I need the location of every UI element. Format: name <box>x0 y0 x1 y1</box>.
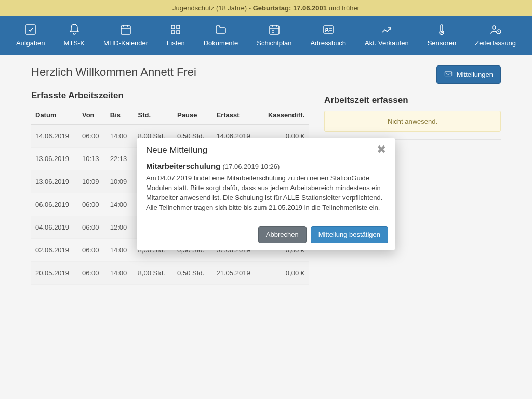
banner-bold: Geburtstag: 17.06.2001 <box>253 4 327 12</box>
chart-icon <box>380 23 393 36</box>
svg-rect-2 <box>171 25 175 29</box>
col-pause: Pause <box>173 106 212 125</box>
thermo-icon <box>435 23 448 36</box>
col-kassendiff: Kassendiff. <box>259 106 309 125</box>
person-clock-icon <box>489 23 502 36</box>
nav-label: MTS-K <box>64 39 85 47</box>
cell-datum: 14.06.2019 <box>31 125 78 148</box>
cell-std: 8,00 Std. <box>134 262 173 285</box>
cell-datum: 02.06.2019 <box>31 239 78 262</box>
nav-label: Sensoren <box>428 39 457 47</box>
nav-aufgaben[interactable]: Aufgaben <box>7 21 55 49</box>
col-von: Von <box>78 106 106 125</box>
nav-label: Schichtplan <box>257 39 291 47</box>
age-restriction-banner: Jugendschutz (18 Jahre) - Geburtstag: 17… <box>0 0 532 16</box>
cell-erfasst: 21.05.2019 <box>212 262 259 285</box>
grid-icon <box>169 23 182 36</box>
modal-body-text: Am 04.07.2019 findet eine Mitarbeitersch… <box>146 174 386 212</box>
cell-von: 06:00 <box>78 193 106 216</box>
svg-rect-7 <box>324 26 333 33</box>
cell-datum: 13.06.2019 <box>31 170 78 193</box>
svg-rect-12 <box>445 71 451 76</box>
cell-von: 06:00 <box>78 216 106 239</box>
modal-close-button[interactable]: ✖ <box>377 145 386 154</box>
nav-label: Akt. Verkaufen <box>365 39 409 47</box>
presence-status: Nicht anwesend. <box>324 111 501 132</box>
messages-button-label: Mitteilungen <box>457 71 493 78</box>
cell-datum: 06.06.2019 <box>31 193 78 216</box>
main-navbar: Aufgaben MTS-K MHD-Kalender Listen Dokum… <box>0 16 532 55</box>
bell-icon <box>68 23 81 36</box>
cell-bis: 10:09 <box>106 170 134 193</box>
svg-rect-3 <box>177 25 180 29</box>
nav-schichtplan[interactable]: Schichtplan <box>247 21 301 49</box>
cell-von: 06:00 <box>78 125 106 148</box>
modal-subject: Mitarbeiterschulung <box>146 162 220 170</box>
calendar2-icon <box>268 23 281 36</box>
calendar-icon <box>119 23 132 36</box>
nav-label: Aufgaben <box>16 39 45 47</box>
col-std: Std. <box>134 106 173 125</box>
svg-rect-1 <box>121 26 130 34</box>
mail-icon <box>444 70 453 79</box>
nav-label: Dokumente <box>204 39 238 47</box>
section-capture-heading: Arbeitszeit erfassen <box>324 95 501 105</box>
nav-label: Zeiterfassung <box>475 39 516 47</box>
nav-mhd-kalender[interactable]: MHD-Kalender <box>94 21 157 49</box>
nav-label: Adressbuch <box>310 39 346 47</box>
cell-diff: 0,00 € <box>259 262 309 285</box>
cell-bis: 14:00 <box>106 193 134 216</box>
col-datum: Datum <box>31 106 78 125</box>
modal-timestamp: (17.06.2019 10:26) <box>223 163 280 170</box>
cell-bis: 14:00 <box>106 239 134 262</box>
cell-bis: 14:00 <box>106 125 134 148</box>
banner-prefix: Jugendschutz (18 Jahre) - <box>172 4 253 12</box>
nav-label: MHD-Kalender <box>103 39 148 47</box>
contact-icon <box>322 23 335 36</box>
nav-listen[interactable]: Listen <box>157 21 194 49</box>
nav-mtsk[interactable]: MTS-K <box>55 21 94 49</box>
nav-label: Listen <box>167 39 185 47</box>
messages-button[interactable]: Mitteilungen <box>436 65 501 84</box>
nav-sensoren[interactable]: Sensoren <box>418 21 466 49</box>
section-times-heading: Erfasste Arbeitszeiten <box>31 90 309 101</box>
svg-point-9 <box>441 32 443 33</box>
col-erfasst: Erfasst <box>212 106 259 125</box>
check-square-icon <box>24 23 37 36</box>
cell-von: 10:09 <box>78 170 106 193</box>
col-bis: Bis <box>106 106 134 125</box>
table-row: 20.05.201906:0014:008,00 Std.0,50 Std.21… <box>31 262 309 285</box>
svg-rect-6 <box>270 26 279 34</box>
modal-confirm-button[interactable]: Mitteilung bestätigen <box>311 226 388 243</box>
cell-bis: 14:00 <box>106 262 134 285</box>
svg-rect-4 <box>171 31 175 34</box>
svg-rect-5 <box>177 31 180 34</box>
folder-icon <box>215 23 227 36</box>
nav-akt-verkaufen[interactable]: Akt. Verkaufen <box>355 21 418 49</box>
banner-suffix: und früher <box>327 4 360 12</box>
cell-datum: 20.05.2019 <box>31 262 78 285</box>
cell-pause: 0,50 Std. <box>173 262 212 285</box>
svg-point-10 <box>493 26 496 29</box>
cell-bis: 22:13 <box>106 148 134 170</box>
svg-point-8 <box>326 28 328 30</box>
cell-von: 06:00 <box>78 262 106 285</box>
cell-von: 10:13 <box>78 148 106 170</box>
modal-title: Neue Mitteilung <box>146 145 207 155</box>
nav-zeiterfassung[interactable]: Zeiterfassung <box>466 21 525 49</box>
cell-datum: 13.06.2019 <box>31 148 78 170</box>
cell-datum: 04.06.2019 <box>31 216 78 239</box>
welcome-heading: Herzlich Willkommen Annett Frei <box>31 65 196 79</box>
modal-cancel-button[interactable]: Abbrechen <box>258 226 307 243</box>
cell-von: 06:00 <box>78 239 106 262</box>
nav-dokumente[interactable]: Dokumente <box>194 21 247 49</box>
nav-adressbuch[interactable]: Adressbuch <box>301 21 355 49</box>
cell-bis: 12:00 <box>106 216 134 239</box>
svg-rect-0 <box>26 25 35 34</box>
new-message-modal: Neue Mitteilung ✖ Mitarbeiterschulung (1… <box>137 138 395 250</box>
